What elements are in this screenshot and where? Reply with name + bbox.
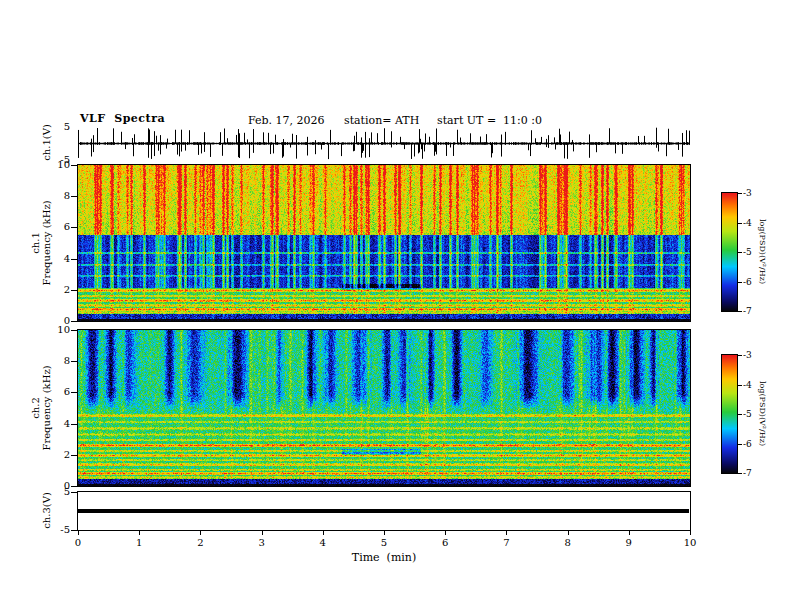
x-tick-mark (78, 530, 79, 535)
ch1-frequency-axis-label-line2: Frequency (kHz) (41, 165, 52, 321)
x-tick-label: 6 (433, 537, 457, 548)
x-axis-label: Time (min) (78, 551, 690, 564)
ch2-frequency-axis-label: ch.2 Frequency (kHz) (30, 330, 52, 486)
x-tick-label: 5 (372, 537, 396, 548)
colorbar-1-tick-mark (738, 311, 742, 312)
colorbar-2-tick-mark (738, 385, 742, 386)
colorbar-2-tick-mark (738, 444, 742, 445)
x-tick-label: 8 (556, 537, 580, 548)
ch2-frequency-tick-label: 2 (42, 449, 70, 460)
ch1-frequency-tick-label: 2 (42, 284, 70, 295)
ch1-frequency-tick-label: 10 (42, 159, 70, 170)
ch1-frequency-tick-mark (71, 165, 77, 166)
x-tick-mark (200, 530, 201, 535)
colorbar-2-tick-mark (738, 414, 742, 415)
colorbar-1-tick-mark (738, 223, 742, 224)
ch3-voltage-tick-mark (71, 492, 77, 493)
x-tick-label: 3 (250, 537, 274, 548)
x-tick-label: 10 (678, 537, 702, 548)
ch1-frequency-tick-mark (71, 259, 77, 260)
ch1-frequency-tick-label: 8 (42, 190, 70, 201)
x-tick-mark (262, 530, 263, 535)
x-tick-mark (445, 530, 446, 535)
colorbar-1-tick-mark (738, 282, 742, 283)
colorbar-2 (721, 354, 738, 474)
colorbar-2-tick-mark (738, 355, 742, 356)
colorbar-1-tick-label: -5 (743, 247, 761, 257)
ch1-frequency-tick-mark (71, 321, 77, 322)
colorbar-1-tick-mark (738, 193, 742, 194)
ch2-frequency-tick-label: 8 (42, 355, 70, 366)
x-tick-mark (139, 530, 140, 535)
ch2-frequency-tick-mark (71, 361, 77, 362)
ch1-frequency-axis-label: ch.1 Frequency (kHz) (30, 165, 52, 321)
ch3-trace (78, 509, 689, 513)
ch2-frequency-axis-label-line1: ch.2 (30, 330, 41, 486)
plot-title: VLF Spectra (80, 112, 165, 125)
colorbar-1-tick-label: -3 (743, 188, 761, 198)
x-tick-label: 9 (617, 537, 641, 548)
plot-date: Feb. 17, 2026 (248, 114, 325, 127)
ch1-frequency-tick-label: 6 (42, 221, 70, 232)
x-tick-label: 4 (311, 537, 335, 548)
ch2-frequency-tick-mark (71, 424, 77, 425)
ch1-waveform-plot (78, 127, 690, 160)
colorbar-1-tick-label: -6 (743, 277, 761, 287)
ch1-frequency-tick-mark (71, 290, 77, 291)
ch2-frequency-tick-mark (71, 455, 77, 456)
colorbar-1 (721, 192, 738, 312)
colorbar-1-tick-mark (738, 252, 742, 253)
colorbar-2-tick-label: -6 (743, 439, 761, 449)
x-tick-label: 0 (66, 537, 90, 548)
ch1-spectrogram (77, 164, 691, 322)
ch3-voltage-tick-mark (71, 530, 77, 531)
station-label: station= ATH (344, 114, 419, 127)
ch3-voltage-tick-label: 5 (42, 486, 70, 497)
colorbar-2-tick-label: -5 (743, 409, 761, 419)
colorbar-2-tick-mark (738, 473, 742, 474)
ch1-frequency-tick-mark (71, 196, 77, 197)
ch1-frequency-axis-label-line1: ch.1 (30, 165, 41, 321)
vlf-spectra-figure: VLF Spectra Feb. 17, 2026 station= ATH s… (0, 0, 792, 612)
ch3-voltage-tick-label: -5 (42, 524, 70, 535)
ch2-frequency-tick-mark (71, 486, 77, 487)
x-tick-label: 7 (494, 537, 518, 548)
colorbar-1-tick-label: -4 (743, 218, 761, 228)
colorbar-2-tick-label: -7 (743, 468, 761, 478)
ch2-frequency-tick-label: 4 (42, 418, 70, 429)
start-ut-label: start UT = 11:0 :0 (437, 114, 542, 127)
ch1-voltage-tick-label: 5 (42, 121, 70, 132)
ch1-frequency-tick-mark (71, 227, 77, 228)
ch2-frequency-axis-label-line2: Frequency (kHz) (41, 330, 52, 486)
ch2-frequency-tick-label: 10 (42, 324, 70, 335)
x-tick-mark (506, 530, 507, 535)
x-tick-mark (384, 530, 385, 535)
ch2-frequency-tick-mark (71, 330, 77, 331)
colorbar-1-tick-label: -7 (743, 306, 761, 316)
x-tick-label: 1 (127, 537, 151, 548)
colorbar-2-tick-label: -4 (743, 380, 761, 390)
x-tick-mark (323, 530, 324, 535)
ch2-frequency-tick-label: 6 (42, 386, 70, 397)
x-tick-mark (690, 530, 691, 535)
x-tick-mark (629, 530, 630, 535)
x-tick-label: 2 (188, 537, 212, 548)
colorbar-2-tick-label: -3 (743, 350, 761, 360)
ch1-frequency-tick-label: 4 (42, 253, 70, 264)
ch2-frequency-tick-mark (71, 392, 77, 393)
x-tick-mark (568, 530, 569, 535)
ch2-spectrogram (77, 329, 691, 487)
